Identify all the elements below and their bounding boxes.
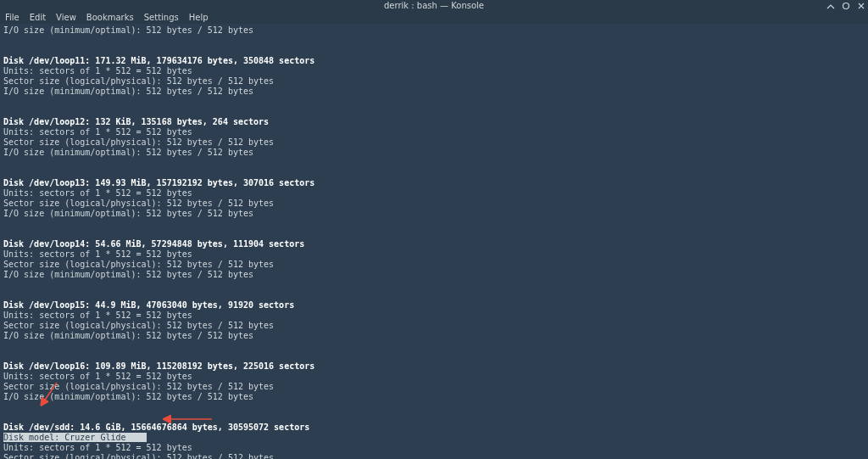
line: Sector size (logical/physical): 512 byte… bbox=[3, 199, 274, 208]
line: Units: sectors of 1 * 512 = 512 bytes bbox=[3, 188, 192, 198]
disk-model-highlight: Disk model: Cruzer Glide bbox=[3, 433, 147, 442]
disk-header-sdd: Disk /dev/sdd: 14.6 GiB, 15664676864 byt… bbox=[3, 423, 309, 432]
disk-header: Disk /dev/loop15: 44.9 MiB, 47063040 byt… bbox=[3, 300, 294, 310]
line: I/O size (minimum/optimal): 512 bytes / … bbox=[3, 392, 253, 401]
line: I/O size (minimum/optimal): 512 bytes / … bbox=[3, 209, 253, 218]
disk-header: Disk /dev/loop14: 54.66 MiB, 57294848 by… bbox=[3, 239, 304, 249]
menu-bookmarks[interactable]: Bookmarks bbox=[86, 13, 134, 23]
line: I/O size (minimum/optimal): 512 bytes / … bbox=[3, 270, 253, 279]
line: I/O size (minimum/optimal): 512 bytes / … bbox=[3, 331, 253, 340]
titlebar: derrik : bash — Konsole bbox=[0, 0, 868, 12]
menu-settings[interactable]: Settings bbox=[144, 13, 179, 23]
line: I/O size (minimum/optimal): 512 bytes / … bbox=[3, 148, 253, 157]
disk-header: Disk /dev/loop11: 171.32 MiB, 179634176 … bbox=[3, 56, 314, 65]
line: Units: sectors of 1 * 512 = 512 bytes bbox=[3, 443, 192, 452]
line: Sector size (logical/physical): 512 byte… bbox=[3, 382, 274, 391]
line: Units: sectors of 1 * 512 = 512 bytes bbox=[3, 66, 192, 76]
window-controls bbox=[826, 0, 866, 12]
window-title: derrik : bash — Konsole bbox=[384, 1, 484, 10]
line: Units: sectors of 1 * 512 = 512 bytes bbox=[3, 311, 192, 320]
svg-point-0 bbox=[843, 3, 849, 9]
line: Units: sectors of 1 * 512 = 512 bytes bbox=[3, 249, 192, 259]
line: Units: sectors of 1 * 512 = 512 bytes bbox=[3, 127, 192, 137]
line: Sector size (logical/physical): 512 byte… bbox=[3, 76, 274, 86]
line: I/O size (minimum/optimal): 512 bytes / … bbox=[3, 25, 253, 35]
line: Sector size (logical/physical): 512 byte… bbox=[3, 321, 274, 330]
close-button[interactable] bbox=[856, 1, 866, 11]
line: I/O size (minimum/optimal): 512 bytes / … bbox=[3, 87, 253, 96]
disk-header: Disk /dev/loop13: 149.93 MiB, 157192192 … bbox=[3, 178, 314, 188]
minimize-button[interactable] bbox=[826, 1, 836, 11]
menu-help[interactable]: Help bbox=[189, 13, 209, 23]
menubar: File Edit View Bookmarks Settings Help bbox=[0, 12, 868, 24]
terminal-output[interactable]: I/O size (minimum/optimal): 512 bytes / … bbox=[0, 24, 868, 459]
menu-file[interactable]: File bbox=[5, 13, 19, 23]
menu-edit[interactable]: Edit bbox=[30, 13, 46, 23]
disk-header: Disk /dev/loop16: 109.89 MiB, 115208192 … bbox=[3, 361, 314, 371]
line: Sector size (logical/physical): 512 byte… bbox=[3, 260, 274, 269]
menu-view[interactable]: View bbox=[56, 13, 76, 23]
line: Sector size (logical/physical): 512 byte… bbox=[3, 137, 274, 147]
line: Units: sectors of 1 * 512 = 512 bytes bbox=[3, 372, 192, 381]
disk-header: Disk /dev/loop12: 132 KiB, 135168 bytes,… bbox=[3, 117, 269, 126]
line: Sector size (logical/physical): 512 byte… bbox=[3, 453, 274, 459]
maximize-button[interactable] bbox=[841, 1, 851, 11]
